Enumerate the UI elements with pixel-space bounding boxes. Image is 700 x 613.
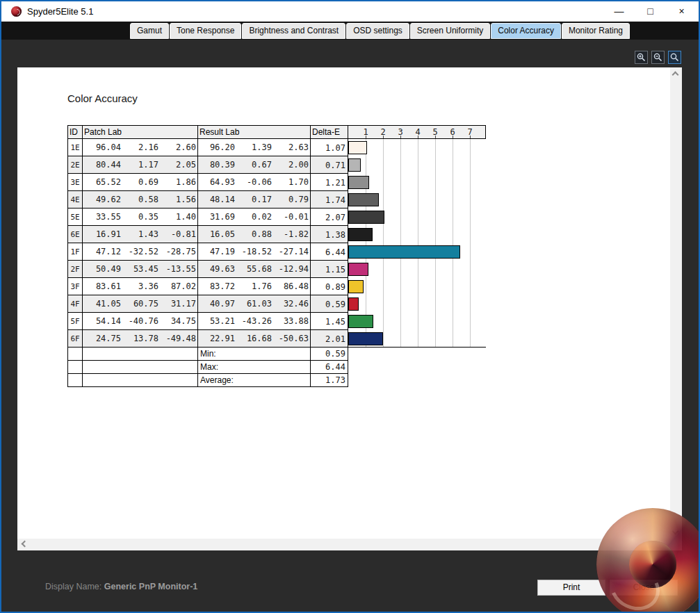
table-row: 3F83.613.3687.0283.721.7686.480.89 [68, 278, 348, 295]
tab-gamut[interactable]: Gamut [130, 23, 169, 39]
lab-value: 1.17 [121, 160, 158, 170]
cell-patch-lab: 47.12-32.52-28.75 [83, 243, 198, 261]
id-value: 5E [68, 209, 82, 222]
id-value: 1E [68, 139, 82, 152]
patch-values: 16.911.43-0.81 [83, 226, 197, 243]
lab-value: 33.55 [83, 212, 121, 222]
result-values: 22.9116.68-50.63 [198, 330, 310, 347]
col-header-id: ID [68, 126, 83, 139]
lab-value: 2.05 [158, 160, 196, 170]
zoom-out-button[interactable] [651, 51, 665, 64]
tab-color-accuracy[interactable]: Color Accuracy [491, 23, 561, 39]
cell-delta-e: 1.38 [311, 226, 348, 243]
cell-empty [68, 348, 83, 361]
delta-e-bar [348, 228, 373, 241]
lab-value: 0.02 [235, 212, 272, 222]
delta-e-value: 1.07 [311, 139, 348, 153]
chart-gridline [400, 139, 401, 347]
col-header-patch: Patch Lab [83, 126, 198, 139]
cell-id: 3F [68, 278, 83, 295]
table-row: 4E49.620.581.5648.140.170.791.74 [68, 191, 348, 209]
lab-value: 16.91 [83, 229, 121, 239]
result-values: 53.21-43.2633.88 [198, 313, 310, 329]
cell-summary-value: 6.44 [311, 361, 348, 374]
minimize-button[interactable]: — [603, 1, 635, 22]
maximize-button[interactable]: □ [635, 1, 666, 22]
cell-result-lab: 53.21-43.2633.88 [198, 313, 311, 330]
content-panel: Color Accuracy ID Patch Lab Result Lab D… [17, 67, 682, 550]
cell-empty [83, 361, 198, 374]
delta-e-value: 6.44 [311, 243, 348, 257]
patch-values: 65.520.691.86 [83, 174, 197, 190]
lab-value: 83.61 [83, 281, 121, 291]
cell-result-lab: 22.9116.68-50.63 [198, 330, 311, 348]
tab-tone-response[interactable]: Tone Response [170, 23, 241, 39]
cell-delta-e: 0.89 [311, 278, 348, 295]
cell-delta-e: 0.59 [311, 295, 348, 313]
cell-patch-lab: 49.620.581.56 [83, 191, 198, 209]
lab-value: 49.62 [83, 195, 121, 204]
cell-id: 1E [68, 139, 83, 156]
lab-value: 24.75 [83, 334, 121, 343]
cell-id: 4E [68, 191, 83, 209]
lab-value: 0.88 [235, 229, 272, 239]
lab-value: 22.91 [198, 334, 235, 343]
id-value: 4F [68, 295, 82, 309]
cell-delta-e: 1.74 [311, 191, 348, 209]
zoom-out-icon [653, 53, 662, 62]
cell-id: 5E [68, 209, 83, 226]
tab-brightness-and-contrast[interactable]: Brightness and Contrast [242, 23, 345, 39]
delta-e-bar [348, 263, 368, 276]
delta-e-bar [348, 332, 383, 345]
lab-value: 3.36 [121, 281, 158, 291]
cell-delta-e: 6.44 [311, 243, 348, 261]
lab-value: 2.16 [121, 142, 158, 152]
summary-value: 0.59 [311, 348, 348, 359]
cell-delta-e: 2.01 [311, 330, 348, 348]
cell-result-lab: 31.690.02-0.01 [198, 209, 311, 226]
delta-e-bar [348, 141, 367, 154]
cell-result-lab: 96.201.392.63 [198, 139, 311, 156]
cell-patch-lab: 83.613.3687.02 [83, 278, 198, 295]
scroll-left-icon[interactable] [22, 541, 29, 548]
cell-id: 5F [68, 313, 83, 330]
summary-row: Average:1.73 [68, 374, 348, 387]
vertical-scrollbar[interactable] [670, 67, 682, 539]
table-header-row: ID Patch Lab Result Lab Delta-E [68, 126, 348, 139]
cell-empty [83, 348, 198, 361]
lab-value: -43.26 [235, 316, 272, 326]
cell-id: 2E [68, 156, 83, 174]
col-header-delta: Delta-E [311, 126, 348, 139]
delta-e-value: 1.38 [311, 226, 348, 240]
cell-patch-lab: 54.14-40.7634.75 [83, 313, 198, 330]
print-button[interactable]: Print [537, 580, 605, 596]
col-header-result: Result Lab [198, 126, 311, 139]
result-values: 80.390.672.00 [198, 156, 310, 173]
delta-e-bar [348, 280, 364, 293]
scroll-up-icon[interactable] [672, 72, 679, 79]
lab-value: -32.52 [121, 247, 158, 256]
cell-result-lab: 40.9761.0332.46 [198, 295, 311, 313]
lab-value: -0.06 [235, 177, 272, 187]
axis-tick-mark [418, 136, 418, 138]
patch-values: 83.613.3687.02 [83, 278, 197, 295]
axis-tick-mark [470, 136, 471, 138]
lab-value: 50.49 [83, 264, 121, 274]
display-name-value: Generic PnP Monitor-1 [104, 582, 198, 591]
result-values: 16.050.88-1.82 [198, 226, 310, 243]
zoom-in-button[interactable] [635, 51, 648, 64]
tab-monitor-rating[interactable]: Monitor Rating [562, 23, 630, 39]
lab-value: -18.52 [235, 247, 272, 256]
id-value: 6F [68, 330, 82, 343]
tab-osd-settings[interactable]: OSD settings [346, 23, 409, 39]
close-window-button[interactable]: × [666, 1, 697, 22]
summary-label: Min: [198, 348, 310, 359]
magnifier-button[interactable] [668, 51, 681, 64]
lab-value: 0.58 [121, 195, 158, 204]
tab-screen-uniformity[interactable]: Screen Uniformity [410, 23, 490, 39]
summary-value: 6.44 [311, 361, 348, 372]
window-title: Spyder5Elite 5.1 [27, 6, 93, 17]
axis-tick-mark [400, 136, 401, 138]
cell-result-lab: 49.6355.68-12.94 [198, 261, 311, 278]
horizontal-scrollbar[interactable] [17, 539, 682, 550]
